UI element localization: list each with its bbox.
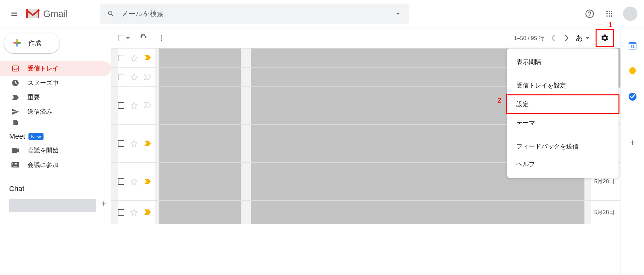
star-button[interactable] [130, 140, 138, 147]
importance-marker[interactable] [144, 74, 151, 80]
row-checkbox[interactable] [118, 209, 124, 216]
svg-point-8 [606, 15, 608, 17]
svg-rect-15 [12, 163, 13, 164]
caret-down-icon [396, 13, 400, 15]
row-checkbox[interactable] [118, 102, 124, 109]
compose-button[interactable]: 作成 [4, 32, 60, 53]
more-button[interactable] [158, 34, 165, 42]
help-icon [585, 9, 594, 18]
svg-point-28 [161, 40, 162, 41]
tasks-icon [628, 92, 637, 101]
tasks-app-button[interactable] [628, 92, 637, 101]
sidebar-item-join-meeting[interactable]: 会議に参加 [0, 158, 111, 172]
new-badge: New [28, 133, 44, 140]
sidebar-item-drafts[interactable] [0, 119, 111, 125]
svg-rect-22 [15, 165, 16, 165]
search-box[interactable] [100, 4, 409, 24]
row-checkbox[interactable] [118, 74, 124, 80]
input-method-button[interactable]: あ [576, 33, 589, 43]
menu-item-configure-inbox[interactable]: 受信トレイを設定 [507, 77, 618, 94]
compose-label: 作成 [28, 39, 41, 48]
svg-point-2 [606, 11, 608, 12]
importance-marker[interactable] [144, 209, 151, 216]
refresh-button[interactable] [140, 34, 147, 42]
star-button[interactable] [130, 178, 138, 186]
row-checkbox[interactable] [118, 55, 124, 61]
toolbar-right: 1–50 / 95 行 あ 1 [514, 29, 614, 47]
chat-item-placeholder[interactable] [9, 199, 96, 212]
menu-item-label: 設定 [516, 101, 529, 108]
sidebar-item-inbox[interactable]: 受信トレイ [0, 61, 111, 76]
keep-icon [628, 67, 637, 76]
select-all[interactable] [118, 35, 130, 41]
star-icon [130, 208, 138, 216]
row-checkbox[interactable] [118, 140, 124, 147]
svg-point-6 [609, 13, 610, 14]
importance-marker[interactable] [144, 178, 151, 185]
email-row[interactable]: 5月28日 [111, 201, 620, 224]
svg-point-4 [611, 11, 612, 12]
header-right [582, 6, 637, 22]
sender-redacted [159, 163, 241, 200]
row-checkbox[interactable] [118, 178, 124, 185]
calendar-app-button[interactable]: 31 [628, 41, 637, 50]
sidebar-item-snoozed[interactable]: スヌーズ中 [0, 76, 111, 90]
sender-redacted [159, 49, 241, 67]
star-icon [130, 140, 138, 147]
star-button[interactable] [130, 73, 138, 81]
svg-point-27 [161, 37, 162, 39]
new-chat-button[interactable]: + [96, 196, 111, 212]
checkbox-icon [118, 35, 124, 41]
importance-marker[interactable] [144, 140, 151, 147]
menu-item-density[interactable]: 表示間隔 [507, 53, 618, 71]
next-page-button[interactable] [564, 34, 569, 42]
add-addon-button[interactable]: + [630, 137, 635, 148]
support-button[interactable] [582, 6, 598, 22]
sender-redacted [159, 201, 241, 224]
menu-item-feedback[interactable]: フィードバックを送信 [507, 138, 618, 155]
svg-point-10 [611, 15, 612, 17]
inbox-icon [11, 64, 20, 73]
search-options-button[interactable] [390, 6, 406, 22]
sidebar-item-sent[interactable]: 送信済み [0, 105, 111, 119]
clock-icon [11, 79, 20, 87]
apps-button[interactable] [601, 6, 617, 22]
row-date: 5月28日 [591, 201, 620, 224]
account-avatar[interactable] [623, 7, 637, 21]
main-menu-button[interactable] [7, 6, 22, 22]
search-input[interactable] [119, 10, 390, 18]
app-header: Gmail [0, 0, 644, 28]
star-icon [130, 178, 138, 186]
star-button[interactable] [130, 208, 138, 216]
settings-menu: 表示間隔 受信トレイを設定 2 設定 テーマ フィードバックを送信 ヘルプ [507, 49, 618, 178]
importance-marker[interactable] [144, 55, 151, 61]
search-icon [107, 10, 115, 18]
star-icon [130, 102, 138, 109]
menu-item-help[interactable]: ヘルプ [507, 155, 618, 173]
menu-item-settings[interactable]: 2 設定 [506, 94, 619, 114]
important-icon [11, 93, 20, 102]
sidebar-item-start-meeting[interactable]: 会議を開始 [0, 143, 111, 158]
keep-app-button[interactable] [628, 67, 637, 76]
settings-button[interactable]: 1 [596, 29, 614, 47]
meet-section-header: Meet New [0, 129, 111, 143]
menu-item-themes[interactable]: テーマ [507, 114, 618, 132]
logo[interactable]: Gmail [25, 8, 67, 20]
sidebar: 作成 受信トレイ スヌーズ中 重要 送信済み Meet [0, 28, 111, 275]
search-button[interactable] [103, 6, 119, 22]
star-button[interactable] [130, 102, 138, 109]
importance-marker[interactable] [144, 102, 151, 109]
svg-rect-32 [631, 74, 634, 75]
prev-page-button[interactable] [551, 34, 555, 42]
sidebar-item-important[interactable]: 重要 [0, 90, 111, 105]
meet-label: Meet [9, 132, 25, 141]
annotation-1: 1 [608, 21, 612, 29]
star-button[interactable] [130, 54, 138, 62]
svg-rect-20 [12, 165, 13, 165]
svg-rect-23 [16, 165, 17, 165]
annotation-2: 2 [497, 96, 501, 105]
svg-text:31: 31 [630, 45, 634, 49]
page-counter: 1–50 / 95 行 [514, 34, 544, 42]
ime-label: あ [576, 33, 583, 43]
svg-rect-25 [13, 166, 17, 167]
